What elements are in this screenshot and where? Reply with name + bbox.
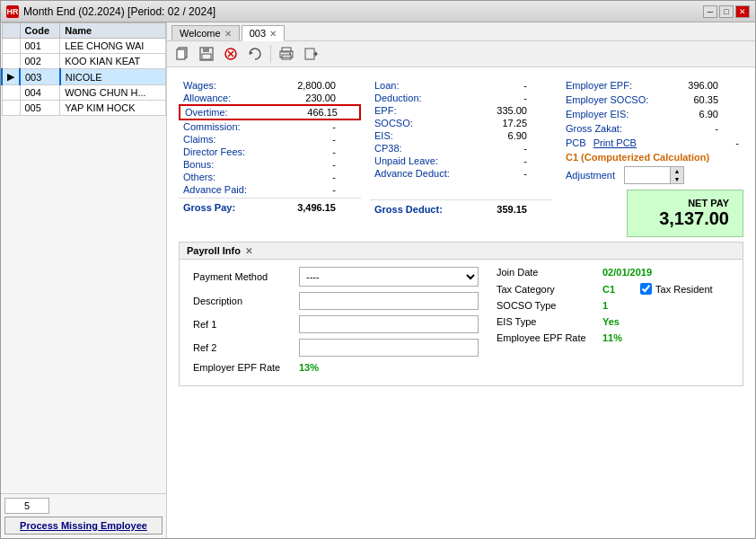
tax-resident-checkbox[interactable] — [640, 283, 652, 295]
bonus-label: Bonus: — [183, 159, 273, 170]
export-icon — [303, 47, 318, 61]
emp-code: 005 — [20, 101, 60, 116]
tab-003-close[interactable]: ✕ — [269, 29, 277, 39]
loan-label: Loan: — [374, 80, 464, 91]
tab-003[interactable]: 003 ✕ — [242, 25, 285, 41]
payroll-info-left: Payment Method ---- Description Ref 1 — [193, 267, 479, 378]
cancel-button[interactable] — [220, 44, 242, 64]
director-fees-value: - — [273, 146, 336, 157]
socso-label: SOCSO: — [374, 118, 464, 128]
employer-epf-label: Employer EPF: — [566, 80, 655, 91]
employee-row-004[interactable]: 004 WONG CHUN H... — [2, 85, 166, 101]
tab-welcome-close[interactable]: ✕ — [224, 29, 232, 39]
tax-resident-check: Tax Resident — [640, 283, 713, 295]
maximize-button[interactable]: □ — [719, 5, 734, 18]
emp-name: WONG CHUN H... — [60, 85, 166, 101]
col-name: Name — [60, 23, 166, 39]
row-indicator — [2, 85, 20, 101]
tab-welcome[interactable]: Welcome ✕ — [171, 25, 240, 40]
employer-epf-rate-label: Employer EPF Rate — [193, 362, 292, 373]
gross-pay-label: Gross Pay: — [183, 202, 273, 213]
wages-value: 2,800.00 — [273, 80, 336, 91]
app-icon: HR — [6, 5, 19, 18]
deduction-label: Deduction: — [374, 93, 464, 103]
adjustment-input[interactable] — [625, 167, 670, 183]
overtime-value: 466.15 — [275, 107, 338, 118]
employer-eis-label: Employer EIS: — [566, 109, 655, 119]
process-missing-employee-button[interactable]: Process Missing Employee — [4, 517, 163, 535]
gross-pay-value: 3,496.15 — [273, 202, 336, 213]
ref1-input[interactable] — [299, 315, 479, 333]
ref1-label: Ref 1 — [193, 319, 292, 330]
advance-deduct-label: Advance Deduct: — [374, 168, 464, 179]
window-controls: ─ □ ✕ — [703, 5, 750, 18]
adjustment-up-button[interactable]: ▲ — [671, 167, 683, 175]
toolbar-separator — [270, 45, 271, 63]
payment-method-select[interactable]: ---- — [299, 267, 479, 287]
employee-epf-rate-value: 11% — [602, 332, 622, 343]
eis-type-value: Yes — [602, 316, 620, 327]
overtime-label: Overtime: — [185, 107, 275, 118]
payment-method-label: Payment Method — [193, 271, 292, 282]
save-icon — [199, 47, 214, 61]
payroll-info-close[interactable]: ✕ — [245, 246, 252, 256]
payroll-info-title: Payroll Info — [187, 245, 241, 256]
claims-label: Claims: — [183, 134, 273, 145]
close-button[interactable]: ✕ — [735, 5, 750, 18]
gross-zakat-value: - — [655, 123, 718, 134]
svg-rect-4 — [202, 54, 211, 59]
socso-type-value: 1 — [602, 300, 608, 311]
svg-rect-1 — [177, 49, 185, 59]
export-button[interactable] — [300, 44, 321, 64]
wages-label: Wages: — [183, 80, 273, 91]
payroll-info-header: Payroll Info ✕ — [180, 243, 743, 260]
adjustment-down-button[interactable]: ▼ — [671, 175, 683, 183]
col-code: Code — [20, 23, 60, 39]
socso-value: 17.25 — [464, 118, 527, 128]
payroll-info-content: Payment Method ---- Description Ref 1 — [180, 260, 743, 385]
col-indicator — [2, 23, 20, 39]
minimize-button[interactable]: ─ — [703, 5, 717, 18]
employee-row-003[interactable]: ▶ 003 NICOLE — [2, 69, 166, 85]
print-icon — [279, 47, 294, 61]
employee-epf-rate-label: Employee EPF Rate — [497, 332, 595, 343]
save-button[interactable] — [196, 44, 217, 64]
allowance-label: Allowance: — [183, 93, 273, 103]
c1-label: C1 (Computerized Calculation) — [566, 152, 709, 163]
join-date-value: 02/01/2019 — [602, 267, 652, 278]
page-number-input[interactable] — [4, 498, 49, 514]
employee-table: Code Name 001 LEE CHONG WAI 002 KOO KIAN… — [1, 22, 166, 493]
svg-marker-15 — [315, 51, 318, 57]
copy-button[interactable] — [171, 44, 193, 64]
employee-list-panel: Code Name 001 LEE CHONG WAI 002 KOO KIAN… — [1, 22, 167, 538]
refresh-button[interactable] — [244, 44, 266, 64]
others-value: - — [273, 172, 336, 182]
description-input[interactable] — [299, 292, 479, 310]
row-indicator: ▶ — [2, 69, 20, 85]
svg-rect-13 — [305, 49, 314, 59]
employer-eis-value: 6.90 — [655, 109, 718, 119]
employer-socso-label: Employer SOCSO: — [566, 94, 655, 105]
eis-label: EIS: — [374, 130, 464, 141]
emp-name: KOO KIAN KEAT — [60, 54, 166, 69]
join-date-label: Join Date — [497, 267, 595, 278]
svg-rect-3 — [203, 48, 209, 52]
tab-welcome-label: Welcome — [180, 28, 221, 39]
cp38-value: - — [464, 143, 527, 154]
employee-row-001[interactable]: 001 LEE CHONG WAI — [2, 39, 166, 54]
employee-row-002[interactable]: 002 KOO KIAN KEAT — [2, 54, 166, 69]
emp-name: LEE CHONG WAI — [60, 39, 166, 54]
payroll-info-panel: Payroll Info ✕ Payment Method ---- — [179, 242, 743, 386]
tab-bar: Welcome ✕ 003 ✕ — [167, 22, 755, 41]
director-fees-label: Director Fees: — [183, 146, 273, 157]
ref2-input[interactable] — [299, 339, 479, 357]
employee-row-005[interactable]: 005 YAP KIM HOCK — [2, 101, 166, 116]
tab-003-label: 003 — [250, 28, 266, 39]
gross-deduct-label: Gross Deduct: — [374, 204, 464, 215]
print-pcb-link[interactable]: Print PCB — [593, 137, 637, 148]
print-button[interactable] — [276, 44, 297, 64]
deduction-value: - — [464, 93, 527, 103]
net-pay-label: NET PAY — [641, 198, 729, 208]
pay-right-col: Employer EPF: 396.00 Employer SOCSO: 60.… — [561, 79, 743, 237]
employer-socso-value: 60.35 — [655, 94, 718, 105]
